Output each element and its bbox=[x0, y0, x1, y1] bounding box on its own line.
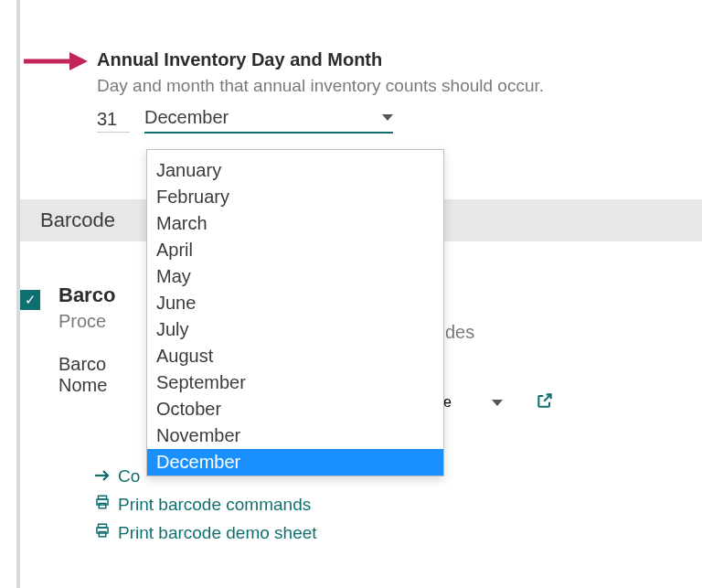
print-commands-link[interactable]: Print barcode commands bbox=[94, 494, 317, 515]
month-option-july[interactable]: July bbox=[147, 316, 443, 343]
print-commands-label: Print barcode commands bbox=[118, 495, 311, 515]
month-option-may[interactable]: May bbox=[147, 263, 443, 290]
annual-inventory-setting: Annual Inventory Day and Month Day and m… bbox=[97, 49, 544, 134]
nomenclature-label-line1: Barco bbox=[58, 354, 115, 375]
nomenclature-label-line2: Nome bbox=[58, 375, 115, 396]
print-icon bbox=[94, 522, 111, 543]
setting-description: Day and month that annual inventory coun… bbox=[97, 76, 544, 96]
month-option-june[interactable]: June bbox=[147, 290, 443, 316]
barcode-scanner-setting: ✓ Barco Proce Barco Nome bbox=[20, 283, 115, 396]
barcode-links: Co Print barcode commands Print barcode … bbox=[94, 466, 317, 543]
external-link-icon[interactable] bbox=[536, 391, 554, 413]
print-demo-label: Print barcode demo sheet bbox=[118, 523, 317, 543]
arrow-right-icon bbox=[94, 466, 111, 486]
configure-label: Co bbox=[118, 466, 140, 486]
month-option-april[interactable]: April bbox=[147, 237, 443, 263]
pointer-arrow-icon bbox=[24, 50, 88, 72]
month-option-november[interactable]: November bbox=[147, 422, 443, 449]
month-option-september[interactable]: September bbox=[147, 369, 443, 396]
nomenclature-value-suffix: e bbox=[443, 394, 452, 411]
barcode-desc-suffix: des bbox=[445, 322, 474, 343]
month-option-august[interactable]: August bbox=[147, 343, 443, 369]
chevron-down-icon bbox=[382, 114, 393, 121]
barcode-desc-prefix: Proce bbox=[58, 311, 115, 332]
nomenclature-value-wrap: e bbox=[443, 391, 554, 413]
chevron-down-icon[interactable] bbox=[492, 400, 503, 406]
month-option-october[interactable]: October bbox=[147, 396, 443, 422]
print-icon bbox=[94, 494, 111, 515]
setting-title: Annual Inventory Day and Month bbox=[97, 49, 544, 70]
month-select[interactable]: December bbox=[144, 107, 393, 134]
barcode-title: Barco bbox=[58, 283, 115, 307]
print-demo-link[interactable]: Print barcode demo sheet bbox=[94, 522, 317, 543]
month-dropdown[interactable]: JanuaryFebruaryMarchAprilMayJuneJulyAugu… bbox=[146, 149, 444, 476]
svg-marker-1 bbox=[69, 52, 88, 70]
month-option-january[interactable]: January bbox=[147, 157, 443, 184]
month-option-february[interactable]: February bbox=[147, 184, 443, 210]
day-month-row: December bbox=[97, 107, 544, 134]
month-value: December bbox=[144, 107, 229, 128]
month-option-march[interactable]: March bbox=[147, 210, 443, 237]
month-option-december[interactable]: December bbox=[147, 449, 443, 476]
barcode-checkbox[interactable]: ✓ bbox=[20, 290, 40, 310]
day-input[interactable] bbox=[97, 109, 130, 133]
